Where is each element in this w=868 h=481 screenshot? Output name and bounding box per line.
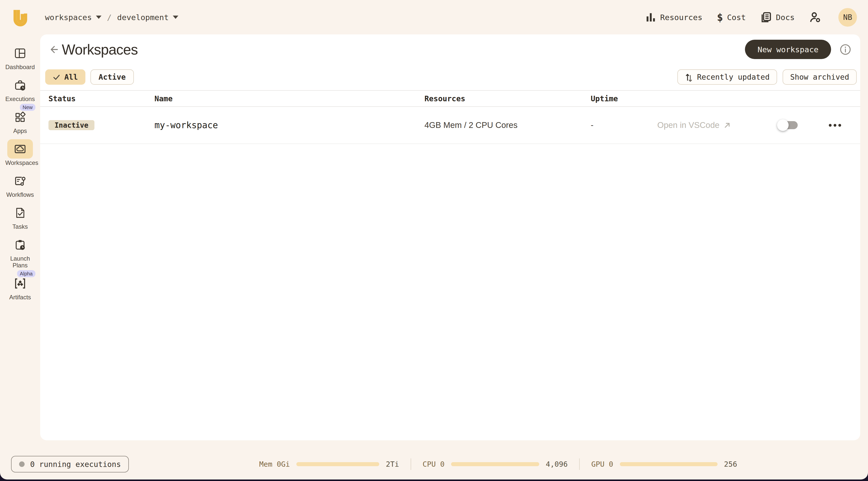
sidebar-item-workflows[interactable]: Workflows	[6, 171, 34, 198]
user-settings-button[interactable]	[809, 11, 821, 23]
sidebar-item-apps[interactable]: New Apps	[7, 107, 33, 134]
top-bar: workspaces / development Resources $ Cos	[0, 0, 868, 34]
col-name: Name	[154, 94, 425, 103]
breadcrumb-project-label: development	[117, 13, 168, 22]
sidebar-item-artifacts[interactable]: Alpha Artifacts	[7, 274, 33, 301]
mem-meter-max: 2Ti	[386, 460, 399, 469]
info-icon	[840, 44, 851, 55]
cpu-meter-max: 4,096	[546, 460, 568, 469]
tasks-icon	[14, 207, 26, 219]
chevron-down-icon	[96, 16, 101, 19]
table-header: Status Name Resources Uptime	[40, 90, 860, 107]
user-gear-icon	[809, 11, 821, 23]
gpu-meter-label: GPU 0	[591, 460, 613, 469]
toggle-knob	[777, 119, 788, 131]
sidebar-item-label: Dashboard	[5, 64, 35, 70]
dashboard-icon	[14, 47, 26, 60]
filter-active-label: Active	[98, 72, 126, 82]
sidebar-item-label: Workflows	[6, 191, 34, 198]
mem-meter-bar	[297, 462, 379, 466]
breadcrumb-project[interactable]: development	[117, 13, 178, 22]
sidebar-item-dashboard[interactable]: Dashboard	[5, 43, 35, 70]
workspace-resources: 4GB Mem / 2 CPU Cores	[425, 120, 591, 130]
col-uptime: Uptime	[591, 94, 657, 103]
union-logo[interactable]	[12, 8, 28, 26]
nav-docs-label: Docs	[776, 13, 795, 22]
sidebar-item-label: Artifacts	[9, 294, 31, 301]
artifacts-icon	[13, 277, 27, 290]
back-button[interactable]	[48, 43, 60, 56]
page-title: Workspaces	[62, 41, 138, 58]
avatar[interactable]: NB	[838, 8, 857, 27]
filter-active[interactable]: Active	[90, 69, 134, 85]
dollar-icon: $	[717, 11, 723, 23]
cpu-meter-label: CPU 0	[423, 460, 444, 469]
breadcrumb: workspaces / development	[45, 13, 178, 22]
workspace-uptime: -	[591, 120, 657, 130]
nav-docs[interactable]: Docs	[760, 11, 795, 23]
status-bar: 0 running executions Mem 0Gi 2Ti CPU 0 4…	[0, 440, 868, 480]
status-badge: Inactive	[49, 120, 94, 130]
sidebar-item-label: Launch Plans	[5, 255, 35, 269]
docs-icon	[760, 11, 772, 23]
sidebar-item-label: Tasks	[12, 223, 28, 230]
workspaces-icon	[13, 143, 27, 156]
workspace-power-toggle[interactable]	[779, 121, 798, 129]
sidebar-item-label: Apps	[13, 127, 27, 134]
workspace-name: my-workspace	[154, 120, 425, 130]
nav-cost-label: Cost	[727, 13, 746, 22]
sidebar: Dashboard Executions New Apps	[0, 34, 40, 306]
cpu-meter-bar	[451, 462, 539, 466]
open-in-vscode-link[interactable]: Open in VSCode	[657, 120, 732, 130]
show-archived-button[interactable]: Show archived	[783, 69, 857, 85]
breadcrumb-org[interactable]: workspaces	[45, 13, 101, 22]
table-row[interactable]: Inactive my-workspace 4GB Mem / 2 CPU Co…	[40, 107, 860, 144]
alpha-badge: Alpha	[17, 270, 35, 277]
show-archived-label: Show archived	[790, 72, 849, 82]
page-header: Workspaces New workspace	[48, 40, 851, 59]
meter-divider	[411, 458, 411, 470]
filter-row: All Active Recently updated Show archive…	[45, 69, 857, 85]
nav-resources-label: Resources	[660, 13, 703, 22]
apps-icon	[14, 111, 26, 123]
breadcrumb-separator: /	[107, 13, 112, 22]
breadcrumb-org-label: workspaces	[45, 13, 92, 22]
sidebar-item-label: Executions	[5, 95, 35, 102]
arrow-left-icon	[49, 44, 59, 55]
sort-arrows-icon	[685, 72, 693, 82]
row-menu-button[interactable]	[829, 124, 841, 127]
executions-icon	[13, 79, 27, 92]
bar-chart-icon	[645, 12, 656, 23]
app-window: workspaces / development Resources $ Cos	[0, 0, 868, 480]
running-executions-label: 0 running executions	[30, 460, 121, 469]
workflows-icon	[13, 174, 27, 187]
info-button[interactable]	[840, 44, 851, 55]
external-link-arrow-icon	[723, 121, 732, 129]
launch-plans-icon	[14, 239, 26, 251]
new-workspace-button[interactable]: New workspace	[745, 40, 831, 59]
nav-resources[interactable]: Resources	[645, 12, 703, 23]
mem-meter-label: Mem 0Gi	[259, 460, 290, 469]
nav-cost[interactable]: $ Cost	[717, 11, 746, 23]
sidebar-item-executions[interactable]: Executions	[5, 76, 35, 102]
sort-button[interactable]: Recently updated	[677, 69, 777, 85]
running-executions-button[interactable]: 0 running executions	[11, 456, 129, 473]
resource-meters: Mem 0Gi 2Ti CPU 0 4,096 GPU 0 256	[259, 458, 737, 471]
sidebar-item-workspaces[interactable]: Workspaces	[5, 139, 35, 166]
sidebar-item-tasks[interactable]: Tasks	[7, 203, 33, 230]
new-badge: New	[20, 104, 35, 111]
sidebar-item-launch-plans[interactable]: Launch Plans	[5, 235, 35, 269]
top-nav: Resources $ Cost Docs	[645, 8, 857, 27]
filter-all[interactable]: All	[45, 69, 85, 85]
executions-status-dot	[19, 461, 25, 467]
filter-all-label: All	[64, 72, 78, 82]
chevron-down-icon	[173, 16, 178, 19]
gpu-meter-max: 256	[724, 460, 737, 469]
sort-group: Recently updated Show archived	[677, 69, 857, 85]
meter-divider	[579, 458, 580, 470]
col-status: Status	[49, 94, 154, 103]
main-panel: Workspaces New workspace All Active	[40, 34, 860, 440]
row-actions: Open in VSCode	[657, 120, 860, 130]
sort-button-label: Recently updated	[697, 72, 770, 82]
check-icon	[53, 73, 60, 81]
